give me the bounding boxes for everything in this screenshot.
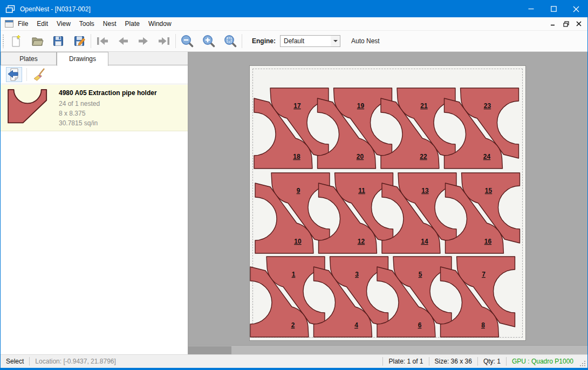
import-drawing-button[interactable] (6, 67, 22, 82)
zoom-out-button[interactable] (179, 33, 195, 49)
part-number-label: 15 (485, 187, 493, 194)
horizontal-scrollbar[interactable] (188, 345, 587, 354)
part-number-label: 24 (483, 153, 491, 160)
window-maximize-button[interactable] (542, 1, 565, 17)
toolbar-separator (91, 34, 91, 48)
minimize-icon (528, 6, 534, 12)
resize-grip[interactable] (578, 359, 586, 367)
menu-window[interactable]: Window (144, 17, 176, 30)
title-bar: OpenNest - [N0317-002] (1, 1, 587, 17)
previous-plate-button[interactable] (115, 33, 131, 49)
save-as-button[interactable] (71, 33, 87, 49)
part-number-label: 17 (293, 102, 301, 110)
nest-canvas[interactable]: 171819202122232491011121314151612345678 (188, 52, 587, 354)
drawing-list-item[interactable]: 4980 A05 Extraction pipe holder 24 of 1 … (1, 85, 188, 131)
menu-file[interactable]: File (13, 17, 32, 30)
window-close-button[interactable] (565, 1, 587, 17)
mdi-minimize-icon (550, 21, 556, 26)
clean-drawings-button[interactable] (31, 67, 47, 82)
part-number-label: 1 (292, 271, 296, 278)
new-button[interactable] (8, 33, 24, 49)
save-button[interactable] (50, 33, 66, 49)
part-number-label: 13 (421, 187, 429, 194)
part-number-label: 11 (358, 187, 365, 194)
mdi-minimize-button[interactable] (546, 17, 559, 30)
part-number-label: 23 (484, 102, 491, 110)
part-number-label: 9 (297, 187, 300, 194)
toolbar-separator (242, 34, 242, 48)
status-location: Location: [-0.9437, 21.8796] (35, 358, 115, 365)
mdi-document-icon (5, 20, 13, 28)
drawing-item-text: 4980 A05 Extraction pipe holder 24 of 1 … (59, 88, 157, 127)
part-number-label: 14 (421, 238, 428, 245)
left-panel: Plates Drawings (1, 52, 188, 354)
menu-plate[interactable]: Plate (121, 17, 144, 30)
window-minimize-button[interactable] (519, 1, 542, 17)
drawing-item-area: 30.7815 sq/in (59, 118, 157, 128)
part-thumbnail (5, 88, 52, 127)
mdi-restore-button[interactable] (559, 17, 572, 30)
new-document-icon (10, 35, 23, 48)
broom-icon (32, 68, 46, 82)
part-number-label: 4 (354, 321, 358, 329)
status-bar: Select Location: [-0.9437, 21.8796] Plat… (1, 354, 587, 369)
zoom-in-icon (202, 34, 216, 48)
part-number-label: 2 (291, 321, 295, 329)
next-plate-button[interactable] (135, 33, 152, 49)
panel-separator (26, 68, 27, 81)
first-plate-button[interactable] (94, 33, 111, 49)
engine-selected-value: Default (281, 37, 331, 45)
tab-plates[interactable]: Plates (1, 52, 57, 65)
drawing-item-size: 8 x 8.375 (59, 109, 157, 118)
status-gpu: GPU : Quadro P1000 (512, 358, 573, 365)
part-number-label: 22 (420, 153, 427, 160)
part-number-label: 7 (482, 271, 486, 278)
open-button[interactable] (29, 33, 45, 49)
horizontal-scrollbar-thumb[interactable] (188, 346, 231, 354)
opennest-window: { "window": { "title": "OpenNest - [N031… (0, 0, 588, 370)
part-number-label: 5 (419, 271, 422, 278)
menu-edit[interactable]: Edit (32, 17, 52, 30)
toolbar-grip[interactable] (2, 34, 5, 48)
last-plate-button[interactable] (156, 33, 172, 49)
status-separator (29, 357, 30, 366)
part-number-label: 10 (294, 238, 302, 245)
zoom-in-button[interactable] (201, 33, 217, 49)
first-arrow-icon (96, 36, 109, 46)
last-arrow-icon (158, 36, 170, 46)
part-number-label: 12 (358, 238, 365, 245)
status-separator (429, 357, 429, 366)
drawing-item-title: 4980 A05 Extraction pipe holder (59, 89, 157, 97)
save-icon (52, 35, 65, 48)
open-folder-icon (31, 35, 44, 48)
status-separator (477, 357, 478, 366)
engine-select[interactable]: Default (280, 35, 340, 47)
save-as-icon (73, 35, 86, 48)
toolbar-separator (175, 34, 176, 48)
app-icon (5, 5, 15, 14)
mdi-close-button[interactable] (572, 17, 585, 30)
maximize-icon (551, 6, 557, 12)
combo-arrow-button[interactable] (331, 36, 340, 46)
zoom-fit-icon (223, 34, 237, 48)
nested-parts-layer: 171819202122232491011121314151612345678 (249, 65, 526, 341)
menu-tools[interactable]: Tools (75, 17, 99, 30)
part-number-label: 16 (484, 238, 492, 245)
import-drawing-icon (7, 68, 21, 82)
status-qty: Qty: 1 (483, 358, 501, 365)
tab-strip: Plates Drawings (1, 52, 188, 65)
zoom-fit-button[interactable] (222, 33, 238, 49)
status-separator (382, 357, 383, 366)
chevron-down-icon (333, 40, 338, 42)
part-number-label: 21 (420, 102, 428, 110)
menu-nest[interactable]: Nest (99, 17, 121, 30)
status-separator (506, 357, 507, 366)
menu-view[interactable]: View (52, 17, 75, 30)
status-size: Size: 36 x 36 (435, 358, 472, 365)
tab-drawings[interactable]: Drawings (57, 52, 108, 66)
next-arrow-icon (138, 36, 149, 46)
zoom-out-icon (180, 34, 194, 48)
part-number-label: 3 (355, 271, 359, 278)
auto-nest-button[interactable]: Auto Nest (348, 35, 383, 47)
status-mode: Select (6, 358, 24, 365)
